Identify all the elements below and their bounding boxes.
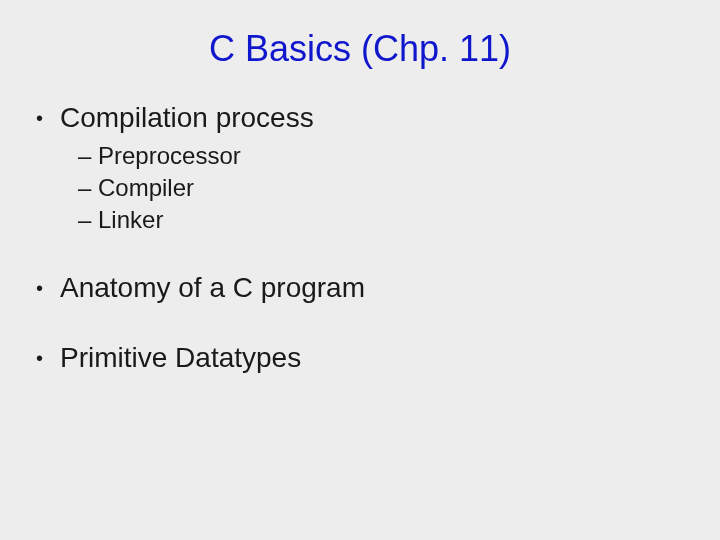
bullet-text: Anatomy of a C program bbox=[60, 272, 365, 303]
slide: C Basics (Chp. 11) Compilation process P… bbox=[0, 0, 720, 540]
bullet-item: Anatomy of a C program bbox=[30, 272, 720, 304]
sub-bullet-text: Preprocessor bbox=[98, 142, 241, 169]
bullet-text: Primitive Datatypes bbox=[60, 342, 301, 373]
sub-bullet-list: Preprocessor Compiler Linker bbox=[60, 142, 720, 234]
bullet-item: Primitive Datatypes bbox=[30, 342, 720, 374]
bullet-item: Compilation process Preprocessor Compile… bbox=[30, 102, 720, 234]
bullet-list: Compilation process Preprocessor Compile… bbox=[0, 102, 720, 374]
sub-bullet-item: Compiler bbox=[78, 174, 720, 202]
slide-title: C Basics (Chp. 11) bbox=[0, 28, 720, 70]
sub-bullet-item: Preprocessor bbox=[78, 142, 720, 170]
sub-bullet-text: Compiler bbox=[98, 174, 194, 201]
sub-bullet-item: Linker bbox=[78, 206, 720, 234]
sub-bullet-text: Linker bbox=[98, 206, 163, 233]
bullet-text: Compilation process bbox=[60, 102, 314, 133]
